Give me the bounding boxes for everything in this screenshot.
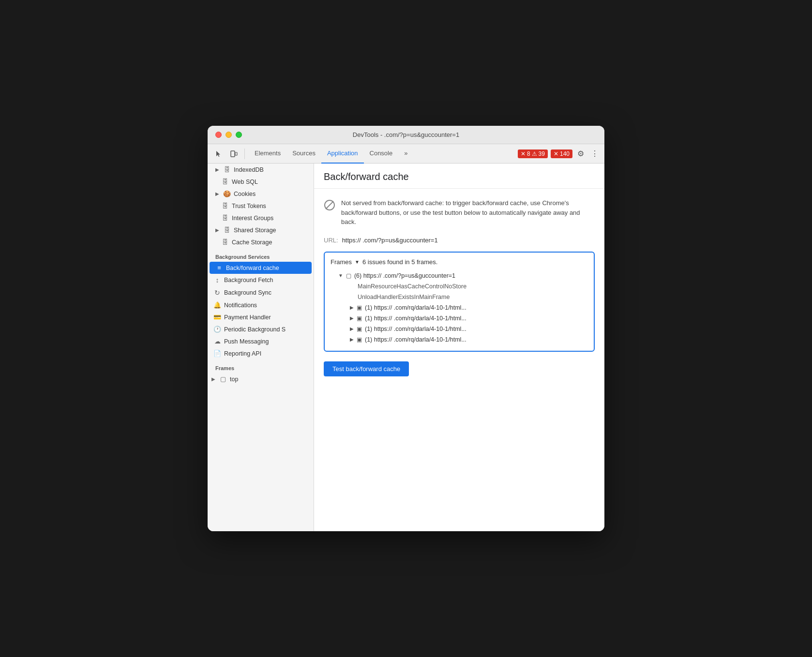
sidebar-label-background-fetch: Background Fetch [224,277,273,284]
sidebar-item-notifications[interactable]: 🔔 Notifications [208,299,314,311]
sub-frame-icon-3: ▣ [357,326,362,332]
expand-icon: ▶ [215,191,219,196]
svg-line-3 [326,201,333,209]
expand-icon: ▶ [211,376,215,382]
tab-more[interactable]: » [398,144,413,164]
frame-issue-row-1: MainResourceHasCacheControlNoStore [331,281,588,292]
expand-icon: ▶ [215,227,219,233]
blocked-icon [324,199,335,214]
sidebar-label-periodic-background: Periodic Background S [224,326,286,333]
sidebar-label-interest-groups: Interest Groups [232,215,273,222]
sub-frame-expand-1[interactable]: ▶ [350,305,354,310]
sidebar-label-cookies: Cookies [234,191,256,197]
window-title: DevTools - .com/?p=us&guccounter=1 [353,131,459,138]
sidebar-item-background-sync[interactable]: ↻ Background Sync [208,286,314,299]
frames-collapse-icon[interactable]: ▼ [355,259,360,265]
sidebar-item-background-fetch[interactable]: ↕ Background Fetch [208,274,314,286]
url-label: URL: [324,237,338,244]
trust-tokens-icon: 🗄 [221,202,229,209]
sidebar-item-periodic-background[interactable]: 🕐 Periodic Background S [208,323,314,335]
frames-count: 6 issues found in 5 frames. [362,258,437,266]
sidebar-item-payment-handler[interactable]: 💳 Payment Handler [208,311,314,323]
tab-application[interactable]: Application [321,144,364,164]
cookies-icon: 🍪 [223,190,231,197]
sidebar-label-top: top [230,376,238,383]
close-button[interactable] [215,132,222,138]
sidebar-item-indexeddb[interactable]: ▶ 🗄 IndexedDB [208,164,314,176]
main-layout: ▶ 🗄 IndexedDB 🗄 Web SQL ▶ 🍪 Cookies 🗄 Tr… [208,164,604,531]
background-sync-icon: ↻ [213,289,221,297]
sidebar-item-push-messaging[interactable]: ☁ Push Messaging [208,335,314,347]
frames-header: Frames ▼ 6 issues found in 5 frames. [331,258,588,266]
sub-frame-expand-4[interactable]: ▶ [350,337,354,342]
info-box: Not served from back/forward cache: to t… [324,196,595,229]
info-count: 140 [560,150,570,157]
cache-storage-icon: 🗄 [221,239,229,246]
back-forward-cache-icon: ≡ [215,264,223,271]
toolbar-tabs: Elements Sources Application Console » [249,144,516,164]
frames-box: Frames ▼ 6 issues found in 5 frames. ▼ ▢… [324,252,595,352]
warning-count: 39 [539,150,545,157]
frame-icon: ▢ [219,375,227,383]
sub-frame-icon-4: ▣ [357,336,362,343]
error-badge[interactable]: ✕ 8 ⚠ 39 [518,149,548,158]
sub-frame-url-1: (1) https:// .com/rq/darla/4-10-1/html..… [365,304,466,311]
sidebar-item-trust-tokens[interactable]: 🗄 Trust Tokens [208,200,314,212]
error-icon: ✕ [521,150,526,157]
sidebar-item-reporting-api[interactable]: 📄 Reporting API [208,347,314,359]
frame-expand-icon[interactable]: ▼ [338,273,343,278]
content-area: Back/forward cache Not served from back/… [314,164,604,531]
tab-console[interactable]: Console [364,144,399,164]
toolbar: Elements Sources Application Console » ✕… [208,144,604,164]
info-description: Not served from back/forward cache: to t… [341,198,595,227]
maximize-button[interactable] [236,132,242,138]
sidebar-item-top[interactable]: ▶ ▢ top [208,373,314,385]
periodic-background-icon: 🕐 [213,326,221,333]
minimize-button[interactable] [226,132,232,138]
main-frame-row[interactable]: ▼ ▢ (6) https:// .com/?p=us&guccounter=1 [331,270,588,281]
sidebar: ▶ 🗄 IndexedDB 🗄 Web SQL ▶ 🍪 Cookies 🗄 Tr… [208,164,314,531]
sidebar-item-interest-groups[interactable]: 🗄 Interest Groups [208,212,314,224]
frames-section-header: Frames [208,359,314,373]
shared-storage-icon: 🗄 [223,226,231,234]
content-body: Not served from back/forward cache: to t… [314,189,604,384]
sub-frame-row-3[interactable]: ▶ ▣ (1) https:// .com/rq/darla/4-10-1/ht… [331,324,588,334]
websql-icon: 🗄 [221,178,229,185]
interest-groups-icon: 🗄 [221,214,229,222]
sub-frame-expand-2[interactable]: ▶ [350,315,354,321]
test-cache-button[interactable]: Test back/forward cache [324,361,409,376]
sidebar-label-back-forward-cache: Back/forward cache [226,265,279,271]
info-badge[interactable]: ✕ 140 [551,149,572,158]
sub-frame-icon-2: ▣ [357,315,362,322]
cursor-icon [214,150,222,158]
sub-frame-expand-3[interactable]: ▶ [350,326,354,331]
sidebar-item-cookies[interactable]: ▶ 🍪 Cookies [208,188,314,200]
sub-frame-url-3: (1) https:// .com/rq/darla/4-10-1/html..… [365,326,466,332]
frame-tree: ▼ ▢ (6) https:// .com/?p=us&guccounter=1… [331,270,588,345]
sidebar-label-notifications: Notifications [224,302,257,309]
titlebar: DevTools - .com/?p=us&guccounter=1 [208,126,604,144]
background-fetch-icon: ↕ [213,276,221,284]
devtools-window: DevTools - .com/?p=us&guccounter=1 Eleme… [208,126,604,531]
tab-elements[interactable]: Elements [249,144,286,164]
cursor-icon-btn[interactable] [211,148,225,160]
sub-frame-row-2[interactable]: ▶ ▣ (1) https:// .com/rq/darla/4-10-1/ht… [331,313,588,324]
sub-frame-row-4[interactable]: ▶ ▣ (1) https:// .com/rq/darla/4-10-1/ht… [331,334,588,345]
sub-frame-row-1[interactable]: ▶ ▣ (1) https:// .com/rq/darla/4-10-1/ht… [331,302,588,313]
frames-label: Frames [331,258,352,266]
sidebar-item-shared-storage[interactable]: ▶ 🗄 Shared Storage [208,224,314,236]
sidebar-item-cache-storage[interactable]: 🗄 Cache Storage [208,236,314,248]
sidebar-label-cache-storage: Cache Storage [232,239,272,246]
settings-icon[interactable]: ⚙ [575,147,586,160]
sidebar-item-back-forward-cache[interactable]: ≡ Back/forward cache [210,262,312,274]
tab-sources[interactable]: Sources [286,144,321,164]
frame-issue-2: UnloadHandlerExistsInMainFrame [358,294,450,300]
frame-window-icon: ▢ [346,272,351,279]
sidebar-item-websql[interactable]: 🗄 Web SQL [208,176,314,188]
info-icon: ✕ [554,150,558,157]
toolbar-divider-1 [244,149,245,159]
device-toggle-btn[interactable] [227,148,241,160]
more-options-icon[interactable]: ⋮ [589,147,601,160]
sub-frame-url-4: (1) https:// .com/rq/darla/4-10-1/html..… [365,336,466,343]
sub-frame-url-2: (1) https:// .com/rq/darla/4-10-1/html..… [365,315,466,322]
